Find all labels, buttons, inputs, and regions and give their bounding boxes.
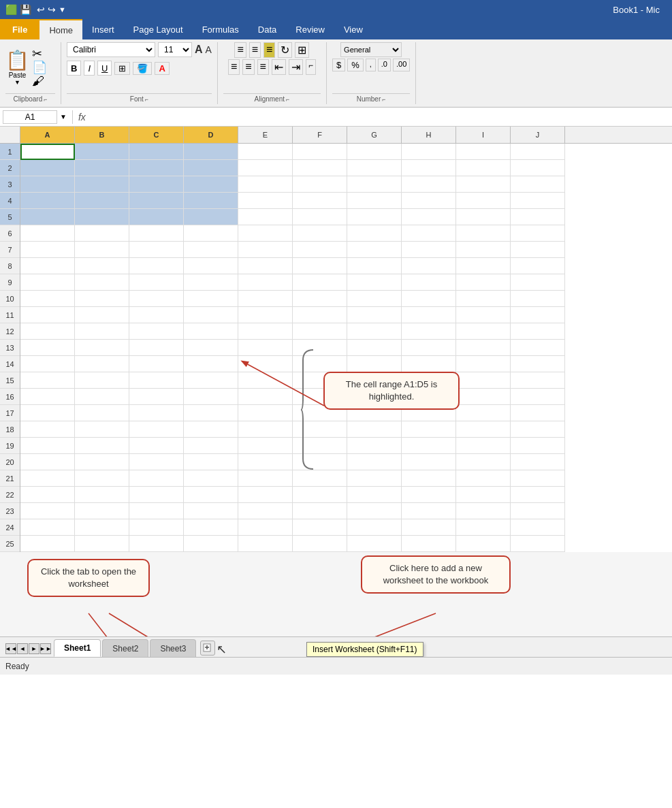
row-num-25[interactable]: 25 [0,536,20,552]
decimal-increase-btn[interactable]: .0 [378,59,391,71]
font-size-select[interactable]: 11 [158,42,192,57]
cell-B15[interactable] [75,372,129,389]
cell-H6[interactable] [402,225,456,242]
cell-C19[interactable] [129,438,184,454]
cell-J7[interactable] [511,242,565,258]
align-left-icon[interactable]: ≡ [228,59,240,75]
row-num-23[interactable]: 23 [0,503,20,519]
tab-nav-last[interactable]: ►► [40,643,51,654]
cell-D9[interactable] [184,274,238,291]
row-num-24[interactable]: 24 [0,519,20,536]
cell-F6[interactable] [293,225,347,242]
sheet-tab-sheet1[interactable]: Sheet1 [54,639,101,657]
cell-I3[interactable] [456,176,511,193]
cell-G19[interactable] [347,438,402,454]
col-header-C[interactable]: C [129,127,184,143]
cell-A24[interactable] [20,519,75,536]
col-header-H[interactable]: H [402,127,456,143]
cell-I21[interactable] [456,470,511,487]
cell-I10[interactable] [456,291,511,307]
cell-B20[interactable] [75,454,129,470]
cell-A6[interactable] [20,225,75,242]
row-num-17[interactable]: 17 [0,405,20,421]
cell-I2[interactable] [456,160,511,176]
cell-G8[interactable] [347,258,402,274]
tab-home[interactable]: Home [39,19,82,39]
cell-H23[interactable] [402,503,456,519]
col-header-F[interactable]: F [293,127,347,143]
cell-D13[interactable] [184,340,238,356]
row-num-22[interactable]: 22 [0,487,20,503]
cell-E17[interactable] [238,405,293,421]
col-header-G[interactable]: G [347,127,402,143]
cell-J10[interactable] [511,291,565,307]
alignment-expand-icon[interactable]: ⌐ [306,59,316,75]
cell-E10[interactable] [238,291,293,307]
cell-A16[interactable] [20,389,75,405]
col-header-E[interactable]: E [238,127,293,143]
row-num-7[interactable]: 7 [0,242,20,258]
cell-F12[interactable] [293,323,347,340]
tab-page-layout[interactable]: Page Layout [124,19,193,39]
currency-btn[interactable]: $ [332,59,345,71]
cell-E16[interactable] [238,389,293,405]
cell-J18[interactable] [511,421,565,438]
border-button[interactable]: ⊞ [114,62,130,75]
tab-file[interactable]: File [0,19,39,39]
cell-I14[interactable] [456,356,511,372]
cell-G22[interactable] [347,487,402,503]
row-num-18[interactable]: 18 [0,421,20,438]
cell-E13[interactable] [238,340,293,356]
cell-E19[interactable] [238,438,293,454]
format-painter-button[interactable]: 🖌 [32,75,47,87]
cell-H25[interactable] [402,536,456,552]
row-num-10[interactable]: 10 [0,291,20,307]
cell-G2[interactable] [347,160,402,176]
cell-J24[interactable] [511,519,565,536]
cell-G24[interactable] [347,519,402,536]
cell-A19[interactable] [20,438,75,454]
cell-A7[interactable] [20,242,75,258]
cell-D1[interactable] [184,144,238,160]
italic-button[interactable]: I [84,61,95,76]
cell-J6[interactable] [511,225,565,242]
cell-F5[interactable] [293,209,347,225]
insert-sheet-button[interactable] [200,641,215,656]
cell-D8[interactable] [184,258,238,274]
paste-dropdown-arrow[interactable]: ▼ [14,79,20,86]
row-num-9[interactable]: 9 [0,274,20,291]
cell-E15[interactable] [238,372,293,389]
cell-F2[interactable] [293,160,347,176]
cell-B11[interactable] [75,307,129,323]
row-num-19[interactable]: 19 [0,438,20,454]
bold-button[interactable]: B [67,61,81,76]
cell-I16[interactable] [456,389,511,405]
cell-E25[interactable] [238,536,293,552]
cell-J13[interactable] [511,340,565,356]
cell-A9[interactable] [20,274,75,291]
col-header-B[interactable]: B [75,127,129,143]
align-top-right-icon[interactable]: ≡ [263,42,275,58]
cell-B12[interactable] [75,323,129,340]
cell-B22[interactable] [75,487,129,503]
cell-F22[interactable] [293,487,347,503]
cell-B18[interactable] [75,421,129,438]
cell-A8[interactable] [20,258,75,274]
cell-F7[interactable] [293,242,347,258]
cell-H3[interactable] [402,176,456,193]
cell-B13[interactable] [75,340,129,356]
cell-J4[interactable] [511,193,565,209]
cell-A12[interactable] [20,323,75,340]
name-box-dropdown[interactable]: ▼ [60,113,67,120]
cell-D21[interactable] [184,470,238,487]
cell-I23[interactable] [456,503,511,519]
cell-C7[interactable] [129,242,184,258]
cell-C10[interactable] [129,291,184,307]
cell-E24[interactable] [238,519,293,536]
cell-G18[interactable] [347,421,402,438]
cell-D12[interactable] [184,323,238,340]
corner-cell[interactable] [0,127,20,143]
cell-A11[interactable] [20,307,75,323]
decimal-decrease-btn[interactable]: .00 [393,59,410,71]
cell-H20[interactable] [402,454,456,470]
